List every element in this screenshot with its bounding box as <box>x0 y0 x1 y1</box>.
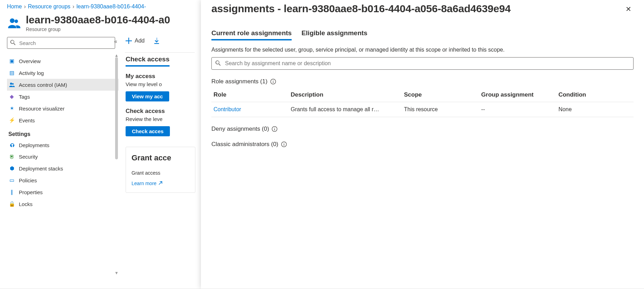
sidebar-item-events[interactable]: ⚡ Events <box>7 114 119 126</box>
sidebar-item-label: Access control (IAM) <box>19 82 67 88</box>
info-icon[interactable] <box>270 79 276 84</box>
table-row[interactable]: Contributor Grants full access to manage… <box>211 102 634 117</box>
info-icon[interactable] <box>272 126 277 132</box>
resource-group-icon <box>7 16 21 30</box>
tab-eligible-assignments[interactable]: Eligible assignments <box>301 27 367 40</box>
download-button[interactable] <box>153 38 160 44</box>
breadcrumb-sep: › <box>73 3 74 10</box>
lock-icon: 🔒 <box>8 201 15 207</box>
col-description[interactable]: Description <box>289 88 402 102</box>
stacks-icon: ⬢ <box>8 165 15 172</box>
cell-scope: This resource <box>402 102 479 117</box>
breadcrumb-home[interactable]: Home <box>7 3 22 10</box>
sidebar-search-input[interactable] <box>18 40 112 46</box>
close-panel-button[interactable]: ✕ <box>623 3 634 15</box>
sidebar-search[interactable] <box>7 37 115 49</box>
toolbar: Add <box>126 38 195 44</box>
breadcrumb-current[interactable]: learn-9380aae8-b016-4404- <box>76 3 146 10</box>
cell-condition: None <box>556 102 634 117</box>
add-button-label: Add <box>135 38 144 44</box>
sidebar-item-label: Deployment stacks <box>19 166 63 172</box>
content-area: Add Check access My access View my level… <box>119 32 195 282</box>
role-assignments-heading: Role assignments (1) <box>211 78 634 85</box>
deny-assignments-heading: Deny assignments (0) <box>211 126 634 132</box>
tab-check-access[interactable]: Check access <box>126 55 170 67</box>
role-link[interactable]: Contributor <box>214 106 241 112</box>
sidebar-collapse-icon[interactable]: « <box>114 38 117 45</box>
page-subtitle: Resource group <box>26 26 170 32</box>
sidebar-item-resource-visualizer[interactable]: ✶ Resource visualizer <box>7 102 119 114</box>
learn-more-link[interactable]: Learn more <box>132 181 163 186</box>
sidebar-item-label: Events <box>19 117 35 123</box>
sidebar-item-label: Properties <box>19 189 43 195</box>
add-button[interactable]: Add <box>126 38 144 44</box>
learn-more-label: Learn more <box>132 181 157 186</box>
external-link-icon <box>158 181 163 185</box>
sidebar-item-properties[interactable]: ∥ Properties <box>7 186 119 198</box>
classic-administrators-heading: Classic administrators (0) <box>211 141 634 148</box>
check-access-text: Review the leve <box>126 116 195 122</box>
scrollbar-thumb[interactable] <box>115 57 118 159</box>
assignments-panel: assignments - learn-9380aae8-b016-4404-a… <box>201 0 644 289</box>
col-group-assignment[interactable]: Group assignment <box>479 88 556 102</box>
breadcrumb-resource-groups[interactable]: Resource groups <box>28 3 70 10</box>
sidebar-item-activity-log[interactable]: ▤ Activity log <box>7 67 119 79</box>
sidebar-item-label: Locks <box>19 201 32 207</box>
search-icon <box>10 40 16 46</box>
people-icon <box>8 82 15 88</box>
table-header: Role Description Scope Group assignment … <box>211 88 634 102</box>
panel-description: Assignments for the selected user, group… <box>211 47 634 53</box>
sidebar-item-deployments[interactable]: ⮉ Deployments <box>7 139 119 151</box>
sidebar-item-label: Tags <box>19 94 30 100</box>
role-assignments-label: Role assignments (1) <box>211 78 268 85</box>
log-icon: ▤ <box>8 70 15 76</box>
role-assignments-table: Role Description Scope Group assignment … <box>211 88 634 117</box>
close-icon: ✕ <box>626 5 631 13</box>
sidebar-item-overview[interactable]: ▣ Overview <box>7 55 119 67</box>
events-icon: ⚡ <box>8 117 15 123</box>
check-access-button[interactable]: Check acces <box>126 126 170 136</box>
sidebar-item-label: Policies <box>19 177 37 183</box>
sidebar-item-label: Resource visualizer <box>19 106 65 112</box>
properties-icon: ∥ <box>8 189 15 195</box>
sidebar-item-label: Deployments <box>19 142 50 148</box>
search-icon <box>215 60 221 67</box>
page-title: learn-9380aae8-b016-4404-a0 <box>26 14 170 26</box>
sidebar-item-label: Security <box>19 154 38 160</box>
sidebar-item-label: Overview <box>19 58 41 64</box>
policies-icon: ▭ <box>8 177 15 183</box>
sidebar-item-security[interactable]: ⛨ Security <box>7 151 119 162</box>
check-access-heading: Check access <box>126 108 195 115</box>
my-access-heading: My access <box>126 73 195 80</box>
tag-icon: ◆ <box>8 93 15 100</box>
my-access-text: View my level o <box>126 81 195 87</box>
grant-access-text: Grant access <box>132 170 189 176</box>
sidebar-item-policies[interactable]: ▭ Policies <box>7 174 119 186</box>
col-role[interactable]: Role <box>211 88 289 102</box>
sidebar-item-label: Activity log <box>19 70 44 76</box>
deny-assignments-label: Deny assignments (0) <box>211 126 269 132</box>
sidebar-item-locks[interactable]: 🔒 Locks <box>7 198 119 210</box>
tab-current-role-assignments[interactable]: Current role assignments <box>211 27 292 40</box>
info-icon[interactable] <box>281 142 287 147</box>
sidebar: « ▣ Overview ▤ Activity log Access contr… <box>0 32 119 282</box>
sidebar-item-access-control[interactable]: Access control (IAM) <box>7 79 119 91</box>
cell-description: Grants full access to manage all r… <box>289 102 402 117</box>
shield-icon: ⛨ <box>8 154 15 160</box>
deployments-icon: ⮉ <box>8 142 15 148</box>
grant-access-heading: Grant acce <box>132 153 189 162</box>
view-my-access-button[interactable]: View my acc <box>126 91 169 101</box>
panel-search[interactable] <box>211 57 634 70</box>
cell-group: -- <box>479 102 556 117</box>
panel-search-input[interactable] <box>224 60 630 67</box>
overview-icon: ▣ <box>8 58 15 64</box>
col-condition[interactable]: Condition <box>556 88 634 102</box>
scroll-down-icon[interactable]: ▼ <box>114 271 119 275</box>
sidebar-item-tags[interactable]: ◆ Tags <box>7 91 119 102</box>
sidebar-scrollbar[interactable]: ▲ ▼ <box>114 53 119 275</box>
breadcrumb-sep: › <box>24 3 26 10</box>
panel-title: assignments - learn-9380aae8-b016-4404-a… <box>211 3 511 15</box>
col-scope[interactable]: Scope <box>402 88 479 102</box>
sidebar-item-deployment-stacks[interactable]: ⬢ Deployment stacks <box>7 162 119 174</box>
sidebar-heading-settings: Settings <box>7 126 119 139</box>
